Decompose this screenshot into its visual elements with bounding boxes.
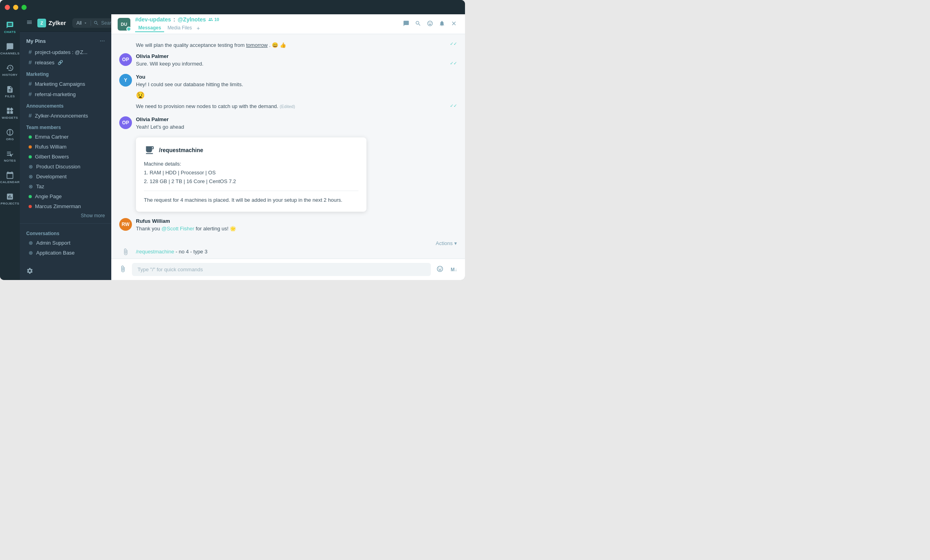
app-window: CHATS CHANNELS HISTORY FILES WIDGETS ORG (0, 0, 465, 280)
show-more[interactable]: Show more (20, 211, 111, 220)
markdown-button[interactable]: M↓ (449, 265, 459, 274)
avatar-rufus: RW (119, 218, 132, 231)
channel-tabs: Messages Media Files + (135, 24, 397, 32)
chat-action-icon[interactable] (401, 19, 411, 30)
minimize-button[interactable] (13, 5, 18, 10)
msg-text-olivia-2: Yeah! Let's go ahead (136, 123, 457, 131)
main-area: DU #dev-updates : @Zylnotes 10 Mess (111, 14, 465, 280)
command-body: Machine details: 1. RAM | HDD | Processo… (144, 160, 358, 186)
sidebar-item-product-discussion[interactable]: ⊗ Product Discussion (22, 162, 109, 172)
sidebar-item-releases[interactable]: # releases 🔗 (22, 57, 109, 68)
attach-icon[interactable] (118, 264, 128, 276)
nav-org-label: ORG (6, 137, 14, 141)
settings-icon[interactable] (26, 267, 33, 274)
message-input[interactable] (132, 263, 431, 276)
emoji-action-icon[interactable] (425, 19, 435, 30)
conversations-label: Conversations (20, 227, 111, 238)
team-members-section-label: Team members (20, 121, 111, 132)
nav-calendar-label: CALENDAR (0, 180, 20, 184)
tab-media-files[interactable]: Media Files (164, 24, 195, 32)
sidebar-item-admin-support[interactable]: ⊗ Admin Support (22, 238, 109, 248)
avatar-olivia: OP (119, 53, 132, 66)
msg-sender-you: You (136, 74, 457, 80)
messages-area: We will plan the quality acceptance test… (111, 34, 465, 259)
nav-channels[interactable]: CHANNELS (1, 39, 19, 59)
actions-bar: Actions ▾ (119, 239, 457, 248)
sidebar: Z Zylker All + (20, 14, 111, 280)
search-dropdown[interactable]: All (76, 20, 91, 26)
message-group-olivia-2: OP Olivia Palmer Yeah! Let's go ahead (119, 116, 457, 131)
app-name: Zylker (48, 19, 66, 26)
nav-chats[interactable]: CHATS (1, 17, 19, 37)
bottom-command: /requestmachine (136, 249, 174, 255)
sidebar-item-taz[interactable]: ⊗ Taz (22, 182, 109, 191)
attachment-icon-area (119, 248, 132, 256)
nav-notes-label: NOTES (4, 159, 16, 162)
nav-history-label: HISTORY (2, 73, 18, 77)
nav-notes[interactable]: NOTES (1, 146, 19, 166)
tab-add-button[interactable]: + (195, 24, 202, 32)
sidebar-item-marketing-campaigns[interactable]: # Marketing Campaigns (22, 79, 109, 89)
busy-icon: ⊗ (29, 164, 33, 170)
bell-action-icon[interactable] (437, 19, 447, 30)
sidebar-item-development[interactable]: ⊗ Development (22, 172, 109, 182)
close-button[interactable] (5, 5, 10, 10)
command-card-icon (144, 145, 155, 156)
sidebar-item-angie-page[interactable]: Angie Page (22, 191, 109, 201)
command-name: /requestmachine (159, 147, 203, 153)
busy-icon: ⊗ (29, 183, 33, 189)
releases-link-icon: 🔗 (58, 60, 63, 65)
msg-content-you: You Hey! I could see our database hittin… (136, 74, 457, 110)
msg-text-olivia-1: Sure. Will keep you informed. ✓✓ (136, 60, 457, 68)
avatar-olivia-2: OP (119, 116, 132, 129)
sidebar-item-rufus-william[interactable]: Rufus William (22, 142, 109, 152)
sidebar-item-marcus-zimmerman[interactable]: Marcus Zimmerman (22, 201, 109, 211)
busy-icon2: ⊗ (29, 240, 33, 246)
msg-text-you-2: We need to provision new nodes to catch … (136, 102, 457, 110)
app-logo: Z Zylker (37, 19, 66, 27)
app-layout: CHATS CHANNELS HISTORY FILES WIDGETS ORG (0, 14, 465, 280)
msg-content-rufus: Rufus William Thank you @Scott Fisher fo… (136, 218, 457, 233)
topbar: Z Zylker All + (20, 14, 111, 32)
members-count: 10 (208, 17, 219, 22)
pins-header: My Pins ··· (20, 35, 111, 47)
sidebar-item-emma-cartner[interactable]: Emma Cartner (22, 132, 109, 142)
channel-avatar: DU (118, 18, 130, 31)
sidebar-item-gilbert-bowers[interactable]: Gilbert Bowers (22, 152, 109, 162)
msg-text-rufus: Thank you @Scott Fisher for alerting us!… (136, 225, 457, 233)
command-card: /requestmachine Machine details: 1. RAM … (136, 137, 366, 212)
maximize-button[interactable] (21, 5, 27, 10)
busy-icon: ⊗ (29, 174, 33, 180)
message-group-olivia-1: OP Olivia Palmer Sure. Will keep you inf… (119, 53, 457, 68)
sidebar-item-referral-marketing[interactable]: # referral-marketing (22, 89, 109, 99)
sidebar-item-zylker-announcements[interactable]: # Zylker-Announcements (22, 110, 109, 121)
channel-avatar-badge (126, 27, 131, 31)
avatar-you: Y (119, 74, 132, 87)
pins-more-icon[interactable]: ··· (100, 37, 105, 44)
search-area[interactable]: All (72, 18, 111, 28)
msg-emoji-you: 😧 (136, 90, 457, 101)
search-action-icon[interactable] (413, 19, 423, 30)
search-input[interactable] (101, 20, 111, 26)
nav-projects[interactable]: PROJECTS (1, 189, 19, 209)
logo-mark: Z (37, 19, 46, 27)
nav-widgets[interactable]: WIDGETS (1, 103, 19, 123)
tab-messages[interactable]: Messages (135, 24, 164, 32)
message-group-you: Y You Hey! I could see our database hitt… (119, 74, 457, 110)
nav-chats-label: CHATS (4, 30, 15, 34)
nav-org[interactable]: ORG (1, 125, 19, 145)
nav-channels-label: CHANNELS (0, 52, 19, 55)
sidebar-item-application-base[interactable]: ⊗ Application Base (22, 248, 109, 258)
nav-files[interactable]: FILES (1, 82, 19, 102)
close-channel-icon[interactable] (449, 19, 459, 30)
sidebar-item-project-updates[interactable]: # project-updates : @Z... (22, 47, 109, 57)
emoji-button[interactable] (435, 264, 445, 276)
input-area: M↓ (111, 259, 465, 280)
msg-content-olivia-2: Olivia Palmer Yeah! Let's go ahead (136, 116, 457, 131)
announcements-section-label: Announcements (20, 99, 111, 110)
nav-calendar[interactable]: CALENDAR (1, 168, 19, 187)
menu-icon[interactable] (25, 17, 34, 29)
busy-icon3: ⊗ (29, 250, 33, 256)
actions-button[interactable]: Actions ▾ (436, 240, 457, 246)
nav-history[interactable]: HISTORY (1, 60, 19, 80)
